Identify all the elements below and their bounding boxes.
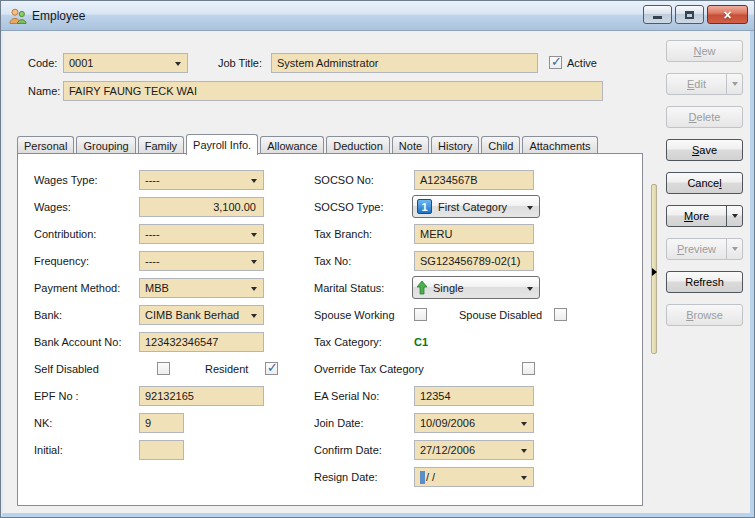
spouse-disabled-label: Spouse Disabled — [459, 309, 542, 321]
contribution-combo[interactable]: ---- — [139, 224, 264, 244]
tab-payroll-info[interactable]: Payroll Info. — [186, 134, 258, 155]
job-title-value: System Adminstrator — [277, 57, 378, 69]
marital-status-label: Marital Status: — [314, 282, 384, 294]
tab-attachments[interactable]: Attachments — [522, 136, 597, 154]
frequency-combo[interactable]: ---- — [139, 251, 264, 271]
preview-button[interactable]: Preview — [666, 238, 743, 260]
window-title: Employee — [32, 9, 85, 23]
tax-no-label: Tax No: — [314, 255, 351, 267]
payment-method-label: Payment Method: — [34, 282, 120, 294]
self-disabled-label: Self Disabled — [34, 363, 99, 375]
tab-allowance[interactable]: Allowance — [260, 136, 324, 154]
refresh-button[interactable]: Refresh — [666, 271, 743, 293]
dropdown-arrow-icon — [251, 287, 257, 291]
spouse-working-checkbox[interactable] — [414, 308, 427, 321]
contribution-label: Contribution: — [34, 228, 96, 240]
wages-type-label: Wages Type: — [34, 174, 98, 186]
confirm-date-label: Confirm Date: — [314, 444, 382, 456]
tab-family[interactable]: Family — [138, 136, 184, 154]
payment-method-combo[interactable]: MBB — [139, 278, 264, 298]
marital-status-value: Single — [433, 282, 464, 294]
wages-input[interactable]: 3,100.00 — [139, 197, 264, 217]
name-input[interactable]: FAIRY FAUNG TECK WAI — [63, 81, 603, 101]
ea-serial-no-value: 12354 — [420, 390, 451, 402]
titlebar[interactable]: Employee × — [1, 1, 754, 31]
tab-personal[interactable]: Personal — [17, 136, 74, 154]
minimize-button[interactable] — [643, 5, 672, 24]
wages-label: Wages: — [34, 201, 71, 213]
resign-date-value: / / — [426, 471, 435, 483]
self-disabled-checkbox[interactable] — [157, 362, 170, 375]
browse-button-label: Browse — [667, 305, 742, 325]
close-button[interactable]: × — [707, 5, 748, 24]
bank-account-no-input[interactable]: 123432346547 — [139, 332, 264, 352]
tab-label: Personal — [24, 140, 67, 152]
more-dropdown-arrow-icon[interactable] — [726, 206, 742, 226]
dropdown-arrow-icon — [521, 422, 527, 426]
socso-type-combo[interactable]: 1 First Category — [412, 195, 540, 218]
tab-child[interactable]: Child — [481, 136, 520, 154]
resign-date-picker[interactable]: / / — [414, 467, 534, 487]
active-checkbox[interactable] — [549, 56, 562, 69]
delete-button[interactable]: Delete — [666, 106, 743, 128]
tab-grouping[interactable]: Grouping — [76, 136, 135, 154]
tab-label: Attachments — [529, 140, 590, 152]
tab-label: Child — [488, 140, 513, 152]
cancel-button[interactable]: Cancel — [666, 172, 743, 194]
spouse-disabled-checkbox[interactable] — [554, 308, 567, 321]
new-button-label: New — [667, 41, 742, 61]
wages-value: 3,100.00 — [213, 201, 256, 213]
more-button[interactable]: More — [666, 205, 743, 227]
initial-input[interactable] — [139, 440, 184, 460]
ea-serial-no-input[interactable]: 12354 — [414, 386, 534, 406]
socso-no-label: SOCSO No: — [314, 174, 374, 186]
edit-dropdown-arrow-icon[interactable] — [726, 74, 742, 94]
dropdown-arrow-icon — [251, 260, 257, 264]
tab-label: Deduction — [333, 140, 383, 152]
wages-type-combo[interactable]: ---- — [139, 170, 264, 190]
frequency-value: ---- — [145, 255, 160, 267]
ea-serial-no-label: EA Serial No: — [314, 390, 379, 402]
panel-splitter[interactable] — [651, 184, 657, 354]
bank-label: Bank: — [34, 309, 62, 321]
browse-button[interactable]: Browse — [666, 304, 743, 326]
tab-label: Grouping — [83, 140, 128, 152]
resign-date-label: Resign Date: — [314, 471, 378, 483]
save-button[interactable]: Save — [666, 139, 743, 161]
preview-dropdown-arrow-icon[interactable] — [726, 239, 742, 259]
join-date-picker[interactable]: 10/09/2006 — [414, 413, 534, 433]
tax-no-input[interactable]: SG123456789-02(1) — [414, 251, 534, 271]
resident-checkbox[interactable] — [265, 362, 278, 375]
bank-value: CIMB Bank Berhad — [145, 309, 239, 321]
dropdown-arrow-icon — [527, 287, 533, 291]
delete-button-label: Delete — [667, 107, 742, 127]
first-category-number-icon: 1 — [417, 199, 432, 214]
cancel-button-label: Cancel — [667, 173, 742, 193]
dropdown-arrow-icon — [527, 206, 533, 210]
epf-no-input[interactable]: 92132165 — [139, 386, 264, 406]
epf-no-value: 92132165 — [145, 390, 194, 402]
job-title-input[interactable]: System Adminstrator — [271, 53, 538, 73]
bank-combo[interactable]: CIMB Bank Berhad — [139, 305, 264, 325]
new-button[interactable]: New — [666, 40, 743, 62]
tax-category-label: Tax Category: — [314, 336, 382, 348]
socso-type-label: SOCSO Type: — [314, 201, 384, 213]
tab-history[interactable]: History — [431, 136, 479, 154]
join-date-value: 10/09/2006 — [420, 417, 475, 429]
nk-input[interactable]: 9 — [139, 413, 184, 433]
socso-type-value: First Category — [438, 201, 507, 213]
edit-button[interactable]: Edit — [666, 73, 743, 95]
tax-category-value: C1 — [414, 336, 428, 348]
override-tax-category-checkbox[interactable] — [522, 362, 535, 375]
contribution-value: ---- — [145, 228, 160, 240]
name-value: FAIRY FAUNG TECK WAI — [69, 85, 197, 97]
tab-note[interactable]: Note — [392, 136, 429, 154]
tab-deduction[interactable]: Deduction — [326, 136, 390, 154]
header-row-2: Name: FAIRY FAUNG TECK WAI — [3, 81, 750, 101]
confirm-date-picker[interactable]: 27/12/2006 — [414, 440, 534, 460]
tax-branch-input[interactable]: MERU — [414, 224, 534, 244]
maximize-button[interactable] — [675, 5, 704, 24]
socso-no-input[interactable]: A1234567B — [414, 170, 534, 190]
code-combo[interactable]: 0001 — [63, 53, 188, 73]
marital-status-combo[interactable]: Single — [412, 276, 540, 299]
